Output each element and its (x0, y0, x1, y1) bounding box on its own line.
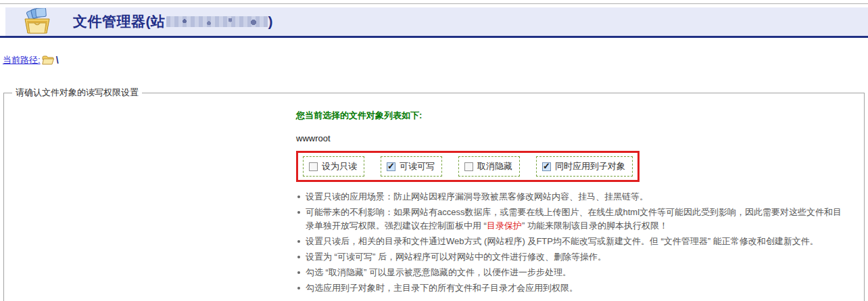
note-text: 勾选 “取消隐藏” 可以显示被恶意隐藏的文件，以便作进一步步处理。 (306, 267, 571, 277)
apply-children-checkbox[interactable] (542, 162, 551, 171)
page-title-suffix: ) (268, 14, 274, 30)
note-text: 勾选应用到子对象时，主目录下的所有文件和子目录才会应用到权限。 (306, 283, 578, 293)
apply-children-label: 同时应用到子对象 (555, 160, 625, 172)
header-bar: 文件管理器(站 ) (0, 7, 868, 38)
permission-options-box: 设为只读 可读可写 取消隐藏 同时应用到子对象 (296, 151, 640, 182)
permission-option-readonly: 设为只读 (303, 156, 364, 177)
note-text: 设置只读的应用场景：防止网站因程序漏洞导致被黑客修改网站内容、挂马、挂黑链等。 (306, 191, 648, 202)
readonly-label: 设为只读 (322, 160, 357, 172)
readwrite-checkbox[interactable] (387, 162, 395, 171)
permission-option-readwrite: 可读可写 (381, 156, 442, 177)
open-folder-icon[interactable] (42, 55, 54, 65)
unhide-checkbox[interactable] (464, 162, 473, 171)
page-title-prefix: 文件管理器(站 (73, 12, 166, 31)
note-item: 可能带来的不利影响：如果网站有access数据库，或需要在线上传图片、在线生成h… (296, 206, 847, 233)
header-inner: 文件管理器(站 ) (5, 7, 868, 36)
note-item: 设置只读后，相关的目录和文件通过Web方式 (网站程序) 及FTP均不能改写或新… (296, 235, 847, 248)
current-path-bar: 当前路径: \ (3, 54, 868, 66)
page: { "header": { "title_prefix": "文件管理器(站",… (0, 0, 868, 301)
note-text: ” 功能来限制该目录的脚本执行权限！ (522, 221, 668, 231)
note-item: 勾选应用到子对象时，主目录下的所有文件和子目录才会应用到权限。 (296, 281, 847, 295)
permission-panel: 请确认文件对象的读写权限设置 您当前选择的文件对象列表如下: wwwroot 设… (3, 87, 865, 301)
unhide-label: 取消隐藏 (477, 160, 512, 172)
panel-legend: 请确认文件对象的读写权限设置 (12, 87, 142, 99)
current-path-label: 当前路径: (3, 54, 41, 66)
panel-content: 您当前选择的文件对象列表如下: wwwroot 设为只读 可读可写 取消隐藏 同… (296, 110, 857, 301)
site-id-redacted-block (166, 16, 268, 27)
note-text: 设置只读后，相关的目录和文件通过Web方式 (网站程序) 及FTP均不能改写或新… (306, 236, 819, 246)
current-path-value[interactable]: \ (56, 55, 59, 66)
readwrite-label: 可读可写 (400, 160, 435, 172)
directory-protection-highlight: 目录保护 (487, 221, 522, 231)
page-title: 文件管理器(站 ) (73, 12, 273, 31)
selected-objects-heading: 您当前选择的文件对象列表如下: (296, 110, 857, 122)
permission-option-unhide: 取消隐藏 (458, 156, 520, 177)
file-manager-box-icon (22, 8, 53, 35)
note-item: 设置只读的应用场景：防止网站因程序漏洞导致被黑客修改网站内容、挂马、挂黑链等。 (296, 190, 847, 204)
notes-list: 设置只读的应用场景：防止网站因程序漏洞导致被黑客修改网站内容、挂马、挂黑链等。 … (296, 190, 847, 295)
permission-option-apply-children: 同时应用到子对象 (536, 156, 633, 177)
note-text: 设置为 “可读可写” 后，网站程序可以对网站中的文件进行修改、删除等操作。 (306, 252, 606, 262)
selected-object-name: wwwroot (296, 133, 857, 143)
readonly-checkbox[interactable] (309, 162, 318, 171)
note-item: 设置为 “可读可写” 后，网站程序可以对网站中的文件进行修改、删除等操作。 (296, 250, 847, 264)
note-item: 勾选 “取消隐藏” 可以显示被恶意隐藏的文件，以便作进一步步处理。 (296, 266, 847, 279)
